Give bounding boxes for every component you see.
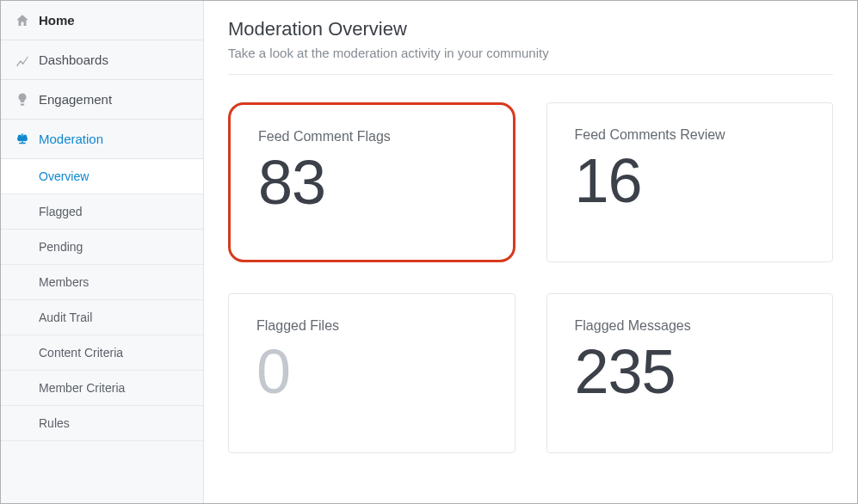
card-label: Flagged Messages bbox=[575, 318, 806, 334]
subnav-label: Members bbox=[39, 275, 89, 289]
nav-item-label: Home bbox=[39, 13, 75, 28]
subnav-members[interactable]: Members bbox=[1, 265, 203, 300]
card-feed-comment-flags[interactable]: Feed Comment Flags 83 bbox=[228, 102, 515, 262]
cards-grid: Feed Comment Flags 83 Feed Comments Revi… bbox=[228, 102, 833, 453]
chart-icon bbox=[15, 52, 30, 68]
divider bbox=[228, 74, 833, 75]
card-label: Feed Comments Review bbox=[575, 127, 806, 143]
page-subtitle: Take a look at the moderation activity i… bbox=[228, 46, 833, 60]
nav-item-label: Dashboards bbox=[39, 52, 108, 67]
subnav-flagged[interactable]: Flagged bbox=[1, 194, 203, 230]
card-value: 0 bbox=[256, 341, 487, 403]
bulb-icon bbox=[15, 92, 30, 108]
card-value: 83 bbox=[258, 151, 485, 213]
main-content: Moderation Overview Take a look at the m… bbox=[204, 1, 857, 503]
subnav-label: Rules bbox=[39, 416, 70, 430]
subnav-label: Flagged bbox=[39, 205, 83, 218]
subnav-label: Audit Trail bbox=[39, 310, 92, 324]
card-value: 235 bbox=[575, 341, 806, 403]
subnav-label: Overview bbox=[39, 169, 89, 183]
subnav-member-criteria[interactable]: Member Criteria bbox=[1, 371, 203, 406]
card-feed-comments-review[interactable]: Feed Comments Review 16 bbox=[546, 102, 834, 262]
subnav-label: Member Criteria bbox=[39, 381, 125, 395]
nav-item-home[interactable]: Home bbox=[1, 1, 203, 40]
subnav-content-criteria[interactable]: Content Criteria bbox=[1, 335, 203, 371]
page-title: Moderation Overview bbox=[228, 18, 833, 40]
subnav-label: Pending bbox=[39, 240, 83, 254]
card-label: Feed Comment Flags bbox=[258, 129, 485, 144]
card-label: Flagged Files bbox=[256, 318, 487, 334]
card-value: 16 bbox=[575, 150, 806, 212]
nav-item-moderation[interactable]: Moderation bbox=[1, 120, 203, 159]
scale-icon bbox=[15, 132, 30, 147]
nav-item-engagement[interactable]: Engagement bbox=[1, 80, 203, 120]
nav-item-label: Engagement bbox=[39, 92, 112, 107]
nav-item-label: Moderation bbox=[39, 132, 103, 146]
home-icon bbox=[15, 13, 30, 28]
subnav-audit-trail[interactable]: Audit Trail bbox=[1, 300, 203, 335]
card-flagged-messages[interactable]: Flagged Messages 235 bbox=[546, 293, 834, 453]
sidebar: Home Dashboards Engagement Moderation Ov… bbox=[1, 1, 204, 503]
subnav-overview[interactable]: Overview bbox=[1, 159, 203, 194]
subnav-label: Content Criteria bbox=[39, 346, 123, 360]
card-flagged-files[interactable]: Flagged Files 0 bbox=[228, 293, 515, 453]
nav-item-dashboards[interactable]: Dashboards bbox=[1, 40, 203, 80]
subnav-pending[interactable]: Pending bbox=[1, 230, 203, 265]
subnav-rules[interactable]: Rules bbox=[1, 406, 203, 441]
